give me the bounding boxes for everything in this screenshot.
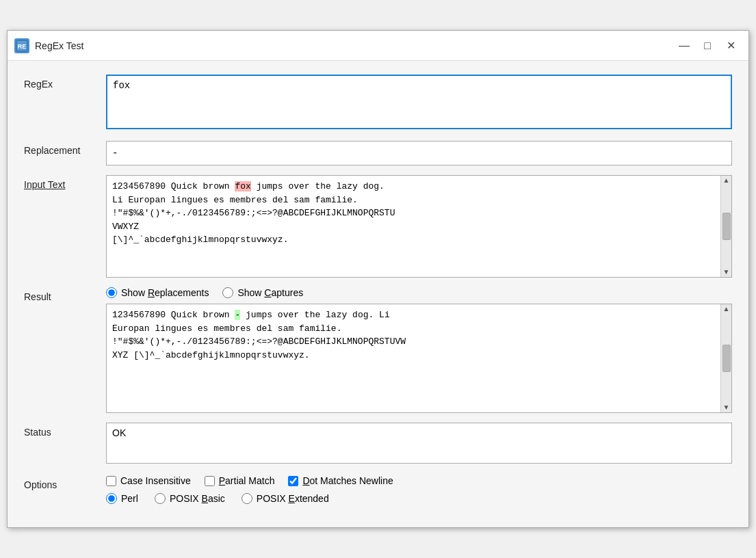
dot-matches-newline-label: Dot Matches Newline bbox=[302, 475, 393, 486]
input-text-field: 1234567890 Quick brown fox jumps over th… bbox=[106, 175, 732, 278]
main-window: RE RegEx Test — □ ✕ RegEx fox Replacemen… bbox=[7, 30, 749, 528]
regex-field: fox bbox=[106, 75, 732, 131]
close-button[interactable]: ✕ bbox=[720, 36, 742, 55]
result-field: Show Replacements Show Captures 12345678… bbox=[106, 287, 732, 413]
replacement-field bbox=[106, 141, 732, 165]
case-insensitive-checkbox[interactable]: Case Insensitive bbox=[106, 475, 191, 486]
show-replacements-radio-input[interactable] bbox=[106, 287, 117, 298]
result-label: Result bbox=[24, 287, 106, 302]
status-row: Status OK bbox=[24, 423, 732, 466]
replacement-highlight: - bbox=[235, 310, 240, 320]
posix-extended-label: POSIX Extended bbox=[257, 493, 329, 504]
options-checkboxes: Case Insensitive Partial Match Dot Match… bbox=[106, 475, 732, 486]
case-insensitive-label: Case Insensitive bbox=[120, 475, 191, 486]
show-replacements-label: Show Replacements bbox=[121, 287, 209, 298]
regex-label: RegEx bbox=[24, 75, 106, 90]
input-text-label: Input Text bbox=[24, 175, 106, 190]
partial-match-label: Partial Match bbox=[219, 475, 275, 486]
input-text-display[interactable]: 1234567890 Quick brown fox jumps over th… bbox=[107, 176, 731, 277]
result-display: 1234567890 Quick brown - jumps over the … bbox=[106, 304, 732, 413]
options-content: Case Insensitive Partial Match Dot Match… bbox=[106, 475, 732, 504]
input-text-scrollbar[interactable]: ▲ ▼ bbox=[720, 176, 731, 277]
posix-extended-radio-input[interactable] bbox=[242, 493, 252, 504]
options-row: Options Case Insensitive Partial Match D… bbox=[24, 475, 732, 504]
posix-basic-radio[interactable]: POSIX Basic bbox=[155, 493, 225, 504]
maximize-button[interactable]: □ bbox=[696, 36, 718, 55]
result-scroll-up[interactable]: ▲ bbox=[723, 306, 730, 313]
titlebar: RE RegEx Test — □ ✕ bbox=[8, 31, 748, 61]
regex-row: RegEx fox bbox=[24, 75, 732, 131]
window-title: RegEx Test bbox=[35, 40, 673, 51]
replacement-input[interactable] bbox=[106, 141, 732, 165]
replacement-label: Replacement bbox=[24, 141, 106, 156]
input-text-row: Input Text 1234567890 Quick brown fox ju… bbox=[24, 175, 732, 278]
result-scrollbar[interactable]: ▲ ▼ bbox=[720, 304, 731, 412]
result-controls: Show Replacements Show Captures bbox=[106, 287, 732, 298]
options-radio-group: Perl POSIX Basic POSIX Extended bbox=[106, 493, 732, 504]
minimize-button[interactable]: — bbox=[673, 36, 695, 55]
show-captures-radio[interactable]: Show Captures bbox=[222, 287, 303, 298]
window-controls: — □ ✕ bbox=[673, 36, 742, 55]
posix-basic-radio-input[interactable] bbox=[155, 493, 166, 504]
show-captures-label: Show Captures bbox=[237, 287, 303, 298]
case-insensitive-input[interactable] bbox=[106, 476, 116, 486]
fox-highlight: fox bbox=[235, 181, 250, 191]
svg-text:RE: RE bbox=[18, 43, 27, 50]
result-row: Result Show Replacements Show Captures 1… bbox=[24, 287, 732, 413]
partial-match-input[interactable] bbox=[205, 476, 215, 486]
status-field: OK bbox=[106, 423, 732, 466]
content-area: RegEx fox Replacement Input Text 1234567… bbox=[8, 61, 748, 527]
scroll-down-arrow[interactable]: ▼ bbox=[723, 269, 730, 276]
result-scroll-thumb[interactable] bbox=[722, 345, 731, 372]
perl-label: Perl bbox=[121, 493, 138, 504]
options-label: Options bbox=[24, 475, 106, 490]
scroll-thumb[interactable] bbox=[722, 213, 731, 240]
result-scroll-down[interactable]: ▼ bbox=[723, 404, 730, 411]
scroll-up-arrow[interactable]: ▲ bbox=[723, 177, 730, 184]
dot-matches-newline-checkbox[interactable]: Dot Matches Newline bbox=[288, 475, 393, 486]
status-label: Status bbox=[24, 423, 106, 438]
perl-radio-input[interactable] bbox=[106, 493, 117, 504]
partial-match-checkbox[interactable]: Partial Match bbox=[205, 475, 275, 486]
replacement-row: Replacement bbox=[24, 141, 732, 165]
posix-extended-radio[interactable]: POSIX Extended bbox=[242, 493, 329, 504]
result-text[interactable]: 1234567890 Quick brown - jumps over the … bbox=[107, 304, 731, 412]
posix-basic-label: POSIX Basic bbox=[170, 493, 225, 504]
show-captures-radio-input[interactable] bbox=[222, 287, 233, 298]
regex-input[interactable]: fox bbox=[106, 75, 732, 129]
show-replacements-radio[interactable]: Show Replacements bbox=[106, 287, 209, 298]
status-text: OK bbox=[106, 423, 732, 464]
input-text-container: 1234567890 Quick brown fox jumps over th… bbox=[106, 175, 732, 278]
dot-matches-newline-input[interactable] bbox=[288, 476, 298, 486]
app-icon: RE bbox=[14, 38, 29, 53]
perl-radio[interactable]: Perl bbox=[106, 493, 138, 504]
